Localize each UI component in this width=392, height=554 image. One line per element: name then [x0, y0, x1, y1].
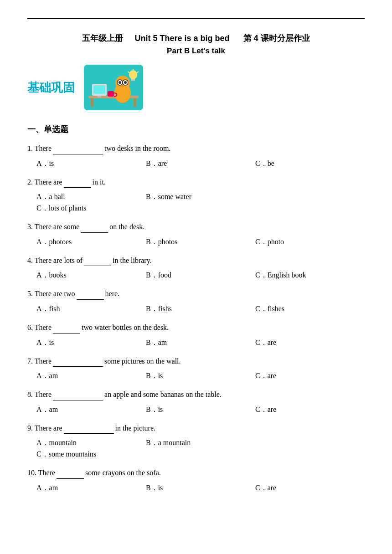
options-row: A．amB．isC．are — [27, 404, 365, 416]
question-stem: 5. There are two here. — [27, 287, 365, 300]
question-stem: 4. There are lots of in the library. — [27, 254, 365, 267]
option-item: C．photo — [255, 236, 365, 248]
lesson-label: 第 4 课时分层作业 — [243, 34, 310, 43]
option-item: B．is — [146, 482, 255, 494]
option-item: A．is — [36, 337, 146, 349]
option-item: A．am — [36, 404, 146, 416]
options-row: A．isB．amC．are — [27, 337, 365, 349]
questions-container: 1. There two desks in the room.A．isB．are… — [27, 142, 365, 494]
stem-before: There are — [35, 178, 62, 186]
answer-blank — [84, 254, 111, 267]
stem-after: in it. — [93, 178, 106, 186]
question-number: 8. — [27, 390, 35, 398]
options-row: A．mountainB．a mountainC．some mountains — [27, 437, 365, 460]
answer-blank — [53, 355, 103, 367]
options-row: A．photoesB．photosC．photo — [27, 236, 365, 248]
answer-blank — [57, 467, 84, 479]
option-item: A．books — [36, 270, 146, 281]
stem-before: There — [35, 357, 52, 365]
question-stem: 7. There some pictures on the wall. — [27, 355, 365, 367]
stem-after: on the desk. — [109, 223, 144, 231]
question-item: 8. There an apple and some bananas on th… — [27, 388, 365, 416]
stem-before: There — [35, 390, 52, 398]
svg-rect-20 — [108, 91, 114, 97]
question-number: 10. — [27, 469, 38, 477]
answer-blank — [53, 388, 103, 400]
stem-after: an apple and some bananas on the table. — [104, 390, 222, 398]
jiji-section: 基础巩固 — [27, 65, 365, 110]
option-item: B．food — [146, 270, 255, 281]
svg-rect-3 — [134, 98, 136, 107]
stem-after: in the picture. — [115, 424, 155, 432]
stem-before: There — [38, 469, 55, 477]
options-row: A．amB．isC．are — [27, 482, 365, 494]
option-item: A．a ball — [36, 191, 146, 203]
question-number: 7. — [27, 357, 35, 365]
option-item: A．am — [36, 370, 146, 382]
answer-blank — [64, 176, 91, 188]
stem-before: There are lots of — [35, 256, 83, 264]
stem-before: There are two — [35, 290, 75, 298]
options-row: A．isB．areC．be — [27, 158, 365, 169]
question-stem: 9. There are in the picture. — [27, 422, 365, 434]
question-number: 5. — [27, 290, 35, 298]
answer-blank — [64, 422, 114, 434]
answer-blank — [77, 287, 104, 300]
svg-rect-6 — [98, 96, 101, 97]
option-item: C．English book — [255, 270, 365, 281]
answer-blank — [81, 221, 108, 233]
option-item: C．some mountains — [36, 449, 365, 460]
question-number: 9. — [27, 424, 35, 432]
option-item: B．is — [146, 370, 255, 382]
question-item: 3. There are some on the desk.A．photoesB… — [27, 221, 365, 248]
option-item: A．fish — [36, 303, 146, 315]
stem-after: some pictures on the wall. — [104, 357, 181, 365]
option-item: C．are — [255, 482, 365, 494]
options-row: A．fishB．fishsC．fishes — [27, 303, 365, 315]
question-number: 4. — [27, 256, 35, 264]
question-item: 6. There two water bottles on the desk.A… — [27, 321, 365, 349]
stem-after: in the library. — [113, 256, 152, 264]
option-item: C．are — [255, 337, 365, 349]
section-badge: 基础巩固 — [27, 80, 75, 96]
option-item: B．photos — [146, 236, 255, 248]
option-item: C．fishes — [255, 303, 365, 315]
option-item: C．are — [255, 370, 365, 382]
svg-point-15 — [129, 70, 137, 79]
illustration-image — [84, 65, 143, 110]
question-item: 2. There are in it.A．a ballB．some waterC… — [27, 176, 365, 215]
stem-before: There — [35, 323, 52, 331]
svg-point-13 — [124, 81, 127, 84]
unit-label: Unit 5 There is a big bed — [134, 34, 229, 43]
option-item: B．some water — [146, 191, 255, 203]
stem-after: two desks in the room. — [104, 144, 170, 152]
question-item: 5. There are two here.A．fishB．fishsC．fis… — [27, 287, 365, 315]
question-number: 6. — [27, 323, 35, 331]
options-row: A．a ballB．some waterC．lots of plants — [27, 191, 365, 214]
answer-blank — [53, 321, 80, 333]
stem-after: two water bottles on the desk. — [82, 323, 169, 331]
question-item: 4. There are lots of in the library.A．bo… — [27, 254, 365, 282]
option-item: A．photoes — [36, 236, 146, 248]
question-stem: 6. There two water bottles on the desk. — [27, 321, 365, 333]
option-item: A．mountain — [36, 437, 146, 449]
question-stem: 1. There two desks in the room. — [27, 142, 365, 154]
question-stem: 3. There are some on the desk. — [27, 221, 365, 233]
option-item: B．is — [146, 404, 255, 416]
option-item: A．is — [36, 158, 146, 169]
grade-label: 五年级上册 — [82, 34, 123, 43]
svg-rect-2 — [91, 98, 93, 107]
option-item: C．lots of plants — [36, 203, 173, 214]
svg-rect-16 — [131, 79, 135, 81]
question-stem: 8. There an apple and some bananas on th… — [27, 388, 365, 400]
question-item: 9. There are in the picture.A．mountainB．… — [27, 422, 365, 461]
stem-after: some crayons on the sofa. — [85, 469, 161, 477]
question-number: 2. — [27, 178, 35, 186]
stem-before: There — [35, 144, 52, 152]
option-item: C．are — [255, 404, 365, 416]
question-number: 3. — [27, 223, 35, 231]
option-item: C．be — [255, 158, 365, 169]
top-divider — [27, 18, 365, 19]
answer-blank — [53, 142, 103, 154]
question-item: 7. There some pictures on the wall.A．amB… — [27, 355, 365, 382]
